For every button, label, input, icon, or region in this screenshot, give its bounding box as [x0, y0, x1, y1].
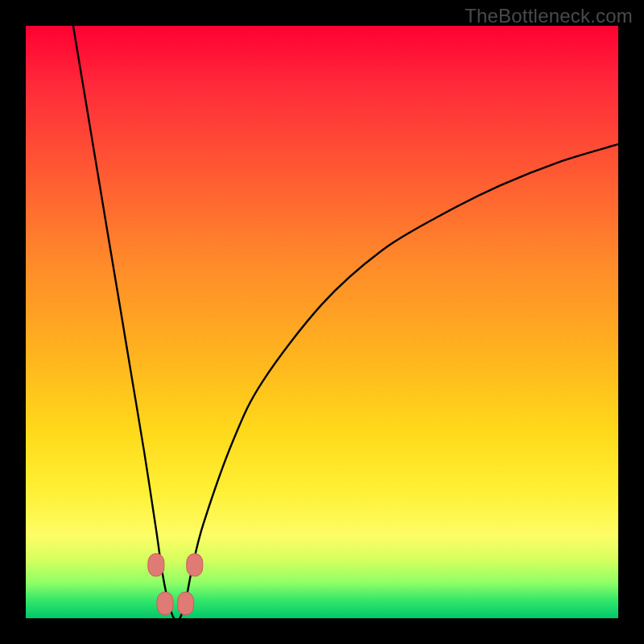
curve-marker — [148, 554, 164, 576]
watermark-text: TheBottleneck.com — [464, 5, 633, 27]
curve-marker — [178, 592, 194, 615]
highlight-markers — [148, 554, 203, 615]
curve-marker — [187, 554, 203, 576]
chart-frame: TheBottleneck.com — [0, 0, 644, 644]
bottleneck-curve — [73, 26, 618, 621]
plot-area — [26, 26, 618, 618]
curve-marker — [157, 592, 173, 615]
chart-svg — [26, 26, 618, 618]
